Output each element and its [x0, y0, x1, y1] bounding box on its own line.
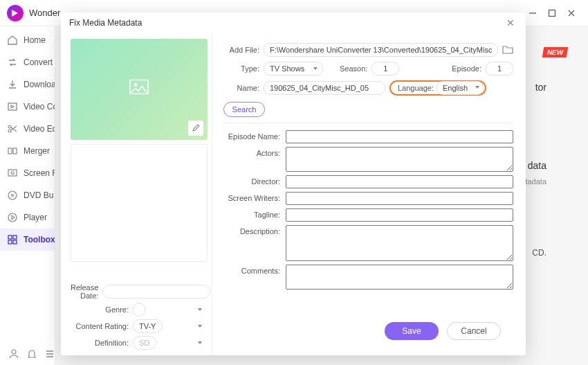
edit-thumbnail-button[interactable] [188, 121, 203, 136]
content-rating-select[interactable]: TV-Y [133, 319, 163, 333]
episode-input[interactable] [486, 62, 513, 75]
content-rating-label: Content Rating: [71, 322, 129, 330]
cancel-button[interactable]: Cancel [447, 322, 501, 340]
results-list[interactable] [71, 144, 208, 262]
comments-label: Comments: [223, 265, 280, 275]
type-select[interactable]: TV Shows [264, 62, 323, 75]
add-file-input[interactable] [264, 43, 498, 57]
season-label: Season: [340, 64, 367, 73]
modal-title: Fix Media Metadata [69, 18, 504, 28]
screen-writers-input[interactable] [286, 192, 513, 205]
description-label: Description: [223, 225, 280, 235]
tagline-input[interactable] [286, 208, 513, 222]
thumbnail [71, 39, 208, 140]
save-button[interactable]: Save [385, 322, 439, 340]
definition-label: Definition: [71, 339, 129, 347]
definition-select[interactable]: SD [133, 336, 156, 350]
season-input[interactable] [371, 62, 399, 75]
search-button[interactable]: Search [223, 102, 265, 117]
actors-input[interactable] [286, 147, 513, 172]
fix-metadata-modal: Fix Media Metadata ✕ Release Date: Genre… [61, 12, 526, 355]
director-label: Director: [223, 175, 280, 186]
director-input[interactable] [286, 175, 513, 188]
language-select[interactable]: English [437, 81, 484, 95]
episode-name-label: Episode Name: [223, 130, 280, 141]
folder-icon[interactable] [502, 44, 513, 55]
comments-input[interactable] [286, 265, 513, 290]
genre-select[interactable] [133, 303, 145, 317]
tagline-label: Tagline: [223, 208, 280, 219]
release-date-label: Release Date: [71, 283, 98, 300]
language-label: Language: [398, 84, 434, 92]
screen-writers-label: Screen Writers: [223, 192, 280, 202]
language-highlight: Language: English [389, 80, 486, 96]
description-input[interactable] [286, 225, 513, 261]
episode-label: Episode: [452, 64, 481, 73]
release-date-input[interactable] [102, 285, 210, 299]
episode-name-input[interactable] [286, 130, 513, 143]
add-file-label: Add File: [223, 46, 259, 54]
svg-point-17 [134, 83, 138, 87]
type-label: Type: [223, 64, 259, 73]
name-input[interactable] [264, 81, 385, 95]
image-placeholder-icon [129, 79, 149, 97]
close-icon[interactable]: ✕ [504, 16, 517, 30]
genre-label: Genre: [71, 305, 129, 314]
actors-label: Actors: [223, 147, 280, 157]
name-label: Name: [223, 84, 259, 92]
